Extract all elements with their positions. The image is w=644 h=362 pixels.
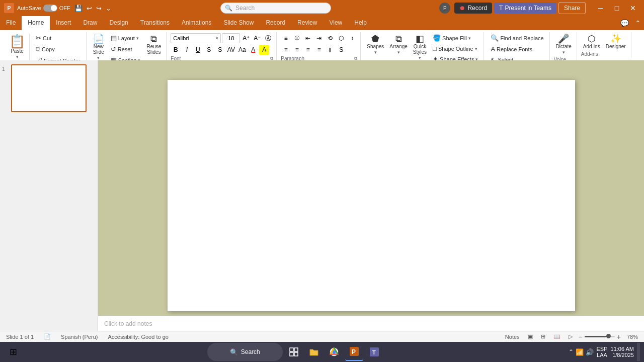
convert-smartart-button[interactable]: ⬡ (336, 33, 346, 43)
increase-indent-button[interactable]: ⇥ (314, 33, 324, 43)
shrink-font-button[interactable]: A⁻ (252, 33, 262, 43)
change-case-button[interactable]: Aa (237, 45, 247, 55)
tab-review[interactable]: Review (291, 16, 323, 30)
dictate-button[interactable]: 🎤 Dictate ▾ (554, 33, 574, 56)
taskbar-show-desktop[interactable] (637, 343, 640, 361)
layout-button[interactable]: ▤ Layout ▾ (108, 33, 143, 43)
quick-styles-button[interactable]: ◧ Quick Styles ▾ (411, 33, 429, 61)
columns-button[interactable]: ⫿ (325, 45, 335, 55)
zoom-plus[interactable]: + (617, 333, 621, 341)
accessibility-button[interactable]: Accessibility: Good to go (106, 333, 170, 340)
slide-canvas[interactable] (168, 80, 575, 311)
autosave-toggle[interactable] (43, 5, 57, 12)
quick-access: 💾 ↩ ↪ ⌄ (73, 4, 112, 13)
zoom-bar[interactable] (585, 336, 615, 337)
underline-button[interactable]: U (193, 45, 203, 55)
find-replace-button[interactable]: 🔍 Find and Replace (488, 33, 546, 43)
present-teams-button[interactable]: T Present in Teams (494, 3, 556, 14)
shape-outline-button[interactable]: □ Shape Outline ▾ (430, 44, 480, 53)
slide-number: 1 (2, 64, 9, 72)
ribbon-collapse-button[interactable]: ⌃ (632, 17, 644, 29)
maximize-button[interactable]: □ (610, 3, 624, 13)
decrease-indent-button[interactable]: ⇤ (303, 33, 313, 43)
more-btn[interactable]: ⌄ (105, 4, 112, 13)
powerpoint-taskbar-button[interactable]: P (345, 343, 363, 361)
copy-button[interactable]: ⧉ Copy (33, 44, 83, 54)
language-button[interactable]: Spanish (Peru) (59, 333, 100, 340)
tab-transitions[interactable]: Transitions (134, 16, 176, 30)
normal-view-button[interactable]: ▣ (526, 333, 535, 340)
text-shadow-button[interactable]: S (215, 45, 225, 55)
save-btn[interactable]: 💾 (73, 4, 84, 13)
clear-format-button[interactable]: Ⓐ (263, 33, 273, 43)
cut-button[interactable]: ✂ Cut (33, 33, 83, 43)
taskbar-language[interactable]: ESP LAA (597, 346, 608, 358)
share-button[interactable]: Share (558, 2, 586, 14)
slide-sorter-button[interactable]: ⊞ (539, 333, 547, 340)
notes-button[interactable]: Notes (503, 333, 522, 340)
char-spacing-button[interactable]: AV (226, 45, 236, 55)
tab-help[interactable]: Help (348, 16, 373, 30)
comments-button[interactable]: 💬 (617, 17, 632, 29)
grow-font-button[interactable]: A⁺ (241, 33, 251, 43)
tab-draw[interactable]: Draw (77, 16, 103, 30)
text-shadow-para-button[interactable]: S (336, 45, 346, 55)
designer-button[interactable]: ✨ Designer (604, 33, 628, 50)
zoom-minus[interactable]: − (579, 333, 583, 341)
tab-slideshow[interactable]: Slide Show (217, 16, 260, 30)
undo-btn[interactable]: ↩ (86, 4, 93, 13)
teams-taskbar-button[interactable]: T (365, 343, 383, 361)
file-explorer-button[interactable] (305, 343, 323, 361)
taskbar-up-arrow[interactable]: ⌃ (569, 348, 574, 355)
reuse-slides-button[interactable]: ⧉ Reuse Slides (144, 33, 163, 56)
addins-button[interactable]: ⬡ Add-ins (581, 33, 602, 50)
minimize-button[interactable]: ─ (594, 3, 608, 13)
reading-view-button[interactable]: 📖 (551, 333, 562, 340)
slide-thumbnail[interactable] (11, 64, 87, 112)
slideshow-button[interactable]: ▷ (567, 333, 575, 340)
close-button[interactable]: ✕ (626, 3, 640, 13)
notes-area[interactable]: Click to add notes (98, 316, 644, 331)
zoom-percent[interactable]: 78% (625, 333, 640, 340)
search-box[interactable]: 🔍 Search (220, 3, 331, 14)
arrange-button[interactable]: ⧉ Arrange ▾ (387, 33, 410, 56)
tab-record[interactable]: Record (260, 16, 291, 30)
search-taskbar-button[interactable]: 🔍 Search (207, 343, 283, 361)
italic-button[interactable]: I (182, 45, 192, 55)
font-name-dropdown[interactable]: Calibri ▾ (171, 33, 221, 43)
align-right-button[interactable]: ≡ (303, 45, 313, 55)
bold-button[interactable]: B (171, 45, 181, 55)
text-direction-button[interactable]: ⟲ (325, 33, 335, 43)
font-size-box[interactable]: 18 (222, 33, 240, 43)
start-button[interactable]: ⊞ (4, 343, 22, 361)
taskbar-wifi-icon: 📶 (576, 348, 584, 356)
shapes-button[interactable]: ⬟ Shapes ▾ (365, 33, 386, 56)
shape-fill-button[interactable]: 🪣 Shape Fill ▾ (430, 33, 480, 43)
task-view-button[interactable] (285, 343, 303, 361)
font-row-1: Calibri ▾ 18 A⁺ A⁻ Ⓐ (171, 33, 273, 43)
taskbar-clock[interactable]: 11:06 AM 1/8/2025 (611, 346, 634, 358)
redo-btn[interactable]: ↪ (95, 4, 103, 13)
tab-insert[interactable]: Insert (50, 16, 77, 30)
align-left-button[interactable]: ≡ (281, 45, 291, 55)
record-button[interactable]: ⏺ Record (454, 3, 492, 14)
replace-fonts-button[interactable]: A Replace Fonts (488, 44, 535, 54)
tab-home[interactable]: Home (22, 16, 50, 30)
strikethrough-button[interactable]: S (204, 45, 214, 55)
line-spacing-button[interactable]: ↕ (347, 33, 357, 43)
tab-design[interactable]: Design (103, 16, 134, 30)
reset-button[interactable]: ↺ Reset (108, 44, 143, 54)
tab-animations[interactable]: Animations (176, 16, 217, 30)
bullets-button[interactable]: ≡ (281, 33, 291, 43)
align-center-button[interactable]: ≡ (292, 45, 302, 55)
tab-file[interactable]: File (0, 16, 22, 30)
chrome-button[interactable] (325, 343, 343, 361)
new-slide-button[interactable]: 📄 New Slide ▾ (91, 33, 107, 61)
justify-button[interactable]: ≡ (314, 45, 324, 55)
numbering-button[interactable]: ① (292, 33, 302, 43)
highlight-button[interactable]: A (259, 45, 269, 55)
tab-view[interactable]: View (323, 16, 348, 30)
notes-outline-button[interactable]: 📄 (42, 333, 53, 340)
font-color-button[interactable]: A (248, 45, 258, 55)
status-bar: Slide 1 of 1 📄 Spanish (Peru) Accessibil… (0, 331, 644, 342)
